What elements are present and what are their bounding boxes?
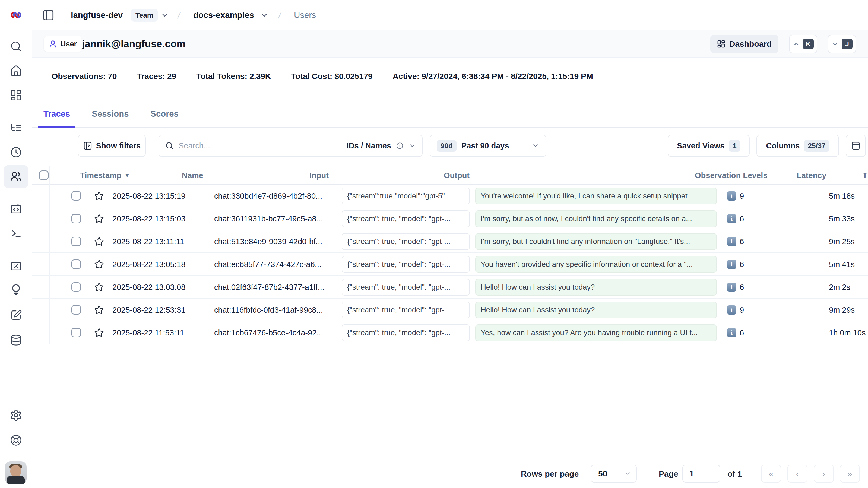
- project-chevron-down-icon[interactable]: [161, 0, 169, 30]
- sidebar-item-support[interactable]: [10, 434, 22, 447]
- table-row[interactable]: 2025-08-22 13:03:08 chat:02f63f47-87b2-4…: [32, 276, 868, 299]
- sidebar-item-tracing[interactable]: [10, 122, 22, 134]
- row-checkbox[interactable]: [71, 191, 81, 201]
- input-cell[interactable]: {"stream": true, "model": "gpt-...: [342, 324, 470, 341]
- select-all-checkbox[interactable]: [39, 171, 49, 180]
- name-cell[interactable]: chat:330bd4e7-d869-4b2f-80...: [214, 185, 335, 207]
- sidebar-item-search[interactable]: [10, 40, 22, 53]
- tab-scores[interactable]: Scores: [145, 100, 184, 128]
- timestamp-cell[interactable]: 2025-08-22 13:15:03: [112, 207, 185, 230]
- timestamp-cell[interactable]: 2025-08-22 13:03:08: [112, 276, 185, 299]
- breadcrumb-environment[interactable]: docs-examples: [193, 0, 254, 30]
- star-icon[interactable]: [94, 214, 104, 224]
- last-page-button[interactable]: »: [840, 465, 860, 483]
- column-header-name[interactable]: Name: [182, 166, 203, 185]
- first-page-button[interactable]: «: [761, 465, 781, 483]
- input-cell[interactable]: {"stream": true, "model": "gpt-...: [342, 233, 470, 250]
- timestamp-cell[interactable]: 2025-08-22 12:53:31: [112, 299, 185, 322]
- saved-views-button[interactable]: Saved Views 1: [668, 134, 750, 157]
- sidebar-toggle-button[interactable]: [42, 0, 55, 30]
- star-icon[interactable]: [94, 305, 104, 315]
- star-icon[interactable]: [94, 191, 104, 201]
- breadcrumb-project[interactable]: langfuse-dev: [71, 0, 123, 30]
- sidebar-item-annotation[interactable]: [10, 309, 22, 322]
- output-cell[interactable]: You haven't provided any specific inform…: [475, 256, 717, 273]
- output-cell[interactable]: Yes, how can I assist you? Are you havin…: [475, 324, 717, 341]
- search-input[interactable]: [179, 142, 331, 150]
- output-cell[interactable]: I'm sorry, but I couldn't find any infor…: [475, 233, 717, 250]
- timeframe-select[interactable]: 90d Past 90 days: [430, 134, 546, 157]
- sidebar-item-playground[interactable]: [10, 227, 22, 240]
- output-cell[interactable]: Hello! How can I assist you today?: [475, 302, 717, 318]
- sidebar-item-prompts[interactable]: [10, 203, 22, 215]
- sidebar-item-llm-as-a-judge[interactable]: [10, 283, 22, 296]
- dashboard-button[interactable]: Dashboard: [710, 35, 778, 53]
- sidebar-item-users[interactable]: [4, 165, 28, 188]
- observation-levels-cell: i 9: [727, 185, 744, 207]
- page-input[interactable]: [683, 465, 720, 482]
- row-height-button[interactable]: [846, 134, 866, 157]
- sidebar-item-datasets[interactable]: [10, 334, 22, 346]
- name-cell[interactable]: chat:513e84e9-9039-42d0-bf...: [214, 230, 335, 253]
- input-cell[interactable]: {"stream": true, "model": "gpt-...: [342, 279, 470, 296]
- star-icon[interactable]: [94, 260, 104, 269]
- prev-page-button[interactable]: ‹: [787, 465, 807, 483]
- timestamp-cell[interactable]: 2025-08-22 11:53:11: [112, 322, 184, 344]
- row-checkbox[interactable]: [71, 305, 81, 314]
- timestamp-cell[interactable]: 2025-08-22 13:05:18: [112, 253, 185, 276]
- table-row[interactable]: 2025-08-22 13:15:19 chat:330bd4e7-d869-4…: [32, 185, 868, 207]
- sidebar-item-settings[interactable]: [10, 409, 22, 422]
- next-page-button[interactable]: ›: [814, 465, 834, 483]
- table-row[interactable]: 2025-08-22 13:11:11 chat:513e84e9-9039-4…: [32, 230, 868, 253]
- input-cell[interactable]: {"stream": true, "model": "gpt-...: [342, 256, 470, 273]
- show-filters-button[interactable]: Show filters: [78, 134, 146, 157]
- timestamp-cell[interactable]: 2025-08-22 13:15:19: [112, 185, 185, 207]
- columns-button[interactable]: Columns 25/37: [756, 134, 839, 157]
- name-cell[interactable]: chat:116fbfdc-0fd3-41af-99c8...: [214, 299, 335, 322]
- row-checkbox[interactable]: [71, 328, 81, 337]
- sidebar-item-dashboards[interactable]: [10, 89, 22, 101]
- table-row[interactable]: 2025-08-22 12:53:31 chat:116fbfdc-0fd3-4…: [32, 299, 868, 322]
- column-header-observation-levels[interactable]: Observation Levels: [695, 166, 768, 185]
- name-cell[interactable]: chat:3611931b-bc77-49c5-a8...: [214, 207, 335, 230]
- tab-sessions[interactable]: Sessions: [86, 100, 134, 128]
- input-cell[interactable]: {"stream": true, "model": "gpt-...: [342, 302, 470, 318]
- user-avatar[interactable]: [5, 461, 27, 484]
- output-cell[interactable]: Hello! How can I assist you today?: [475, 279, 717, 296]
- row-checkbox[interactable]: [71, 214, 81, 223]
- table-row[interactable]: 2025-08-22 13:05:18 chat:ec685f77-7374-4…: [32, 253, 868, 276]
- tab-traces[interactable]: Traces: [38, 100, 75, 128]
- prev-user-button[interactable]: K: [789, 35, 817, 53]
- column-header-output[interactable]: Output: [444, 166, 470, 185]
- column-header-latency[interactable]: Latency: [797, 166, 827, 185]
- input-cell[interactable]: {"stream": true, "model": "gpt-...: [342, 210, 470, 227]
- sidebar-item-sessions[interactable]: [10, 146, 22, 158]
- observation-levels-cell: i 6: [727, 276, 744, 299]
- stat-active-range: Active: 9/27/2024, 6:38:34 PM - 8/22/202…: [393, 72, 593, 81]
- star-icon[interactable]: [94, 328, 104, 338]
- name-cell[interactable]: chat:ec685f77-7374-427c-a6...: [214, 253, 335, 276]
- timestamp-cell[interactable]: 2025-08-22 13:11:11: [112, 230, 184, 253]
- column-header-input[interactable]: Input: [309, 166, 329, 185]
- sidebar-item-evaluation[interactable]: [10, 260, 22, 273]
- next-user-button[interactable]: J: [828, 35, 856, 53]
- chevron-down-icon[interactable]: [408, 142, 416, 150]
- rows-per-page-select[interactable]: 50: [591, 465, 637, 483]
- column-header-timestamp[interactable]: Timestamp ▼: [80, 166, 130, 185]
- column-header-truncated[interactable]: T: [863, 166, 867, 185]
- name-cell[interactable]: chat:1cb67476-b5ce-4c4a-92...: [214, 322, 335, 344]
- output-cell[interactable]: You're welcome! If you'd like, I can sha…: [475, 187, 717, 204]
- input-cell[interactable]: {"stream":true,"model":"gpt-5",...: [342, 187, 470, 204]
- search-scope-label[interactable]: IDs / Names: [347, 142, 391, 150]
- environment-chevron-down-icon[interactable]: [260, 0, 269, 30]
- name-cell[interactable]: chat:02f63f47-87b2-4377-a1ff...: [214, 276, 335, 299]
- table-row[interactable]: 2025-08-22 13:15:03 chat:3611931b-bc77-4…: [32, 207, 868, 230]
- output-cell[interactable]: I'm sorry, but as of now, I couldn't fin…: [475, 210, 717, 227]
- star-icon[interactable]: [94, 282, 104, 292]
- row-checkbox[interactable]: [71, 282, 81, 292]
- sidebar-item-home[interactable]: [10, 65, 22, 77]
- table-row[interactable]: 2025-08-22 11:53:11 chat:1cb67476-b5ce-4…: [32, 322, 868, 344]
- row-checkbox[interactable]: [71, 260, 81, 269]
- star-icon[interactable]: [94, 237, 104, 246]
- row-checkbox[interactable]: [71, 237, 81, 246]
